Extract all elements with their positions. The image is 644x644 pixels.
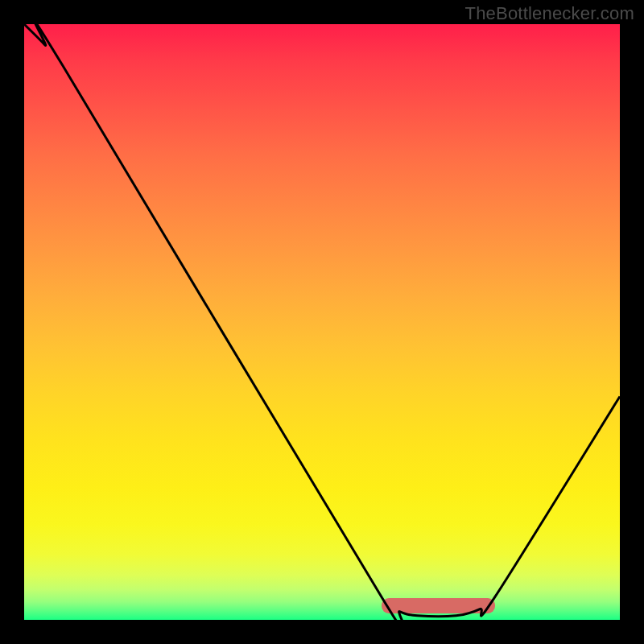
curve-path: [24, 24, 620, 620]
chart-frame: TheBottlenecker.com: [0, 0, 644, 644]
plot-area: [24, 24, 620, 620]
watermark-text: TheBottlenecker.com: [465, 3, 634, 24]
bottleneck-curve: [24, 24, 620, 620]
